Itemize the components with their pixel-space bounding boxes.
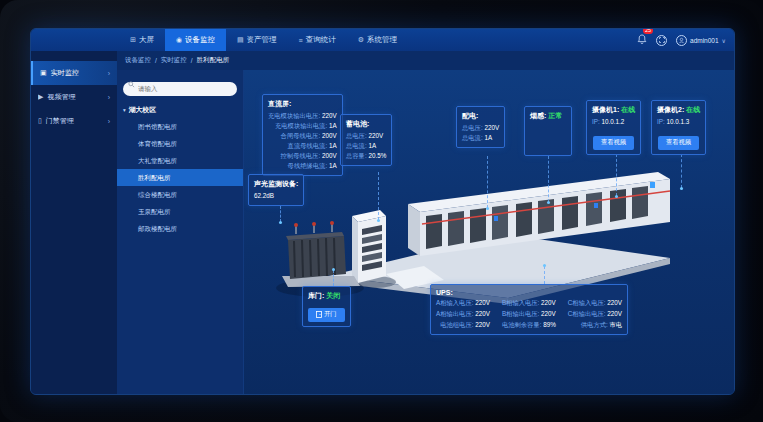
panel-ups: UPS: A相输入电压: 220V B相输入电压: 220V C相输入电压: 2… (430, 284, 628, 335)
leader-line-door (333, 270, 334, 286)
breadcrumb-realtime-monitoring[interactable]: 实时监控 (161, 56, 187, 65)
sidebar-item-label: 实时监控 (51, 68, 79, 78)
metric-label: 电池组电压: (440, 321, 473, 328)
top-nav-bar: ⊞ 大屏 ◉ 设备监控 ▤ 资产管理 ≡ 查询统计 ⚙ 系统管理 (31, 29, 734, 51)
metric-value: 1A (329, 162, 337, 169)
user-menu[interactable]: admin001 ∨ (676, 35, 726, 46)
camera-ip: 10.0.1.2 (601, 118, 624, 125)
tree-item-substation[interactable]: 体育馆配电所 (123, 135, 237, 152)
panel-smoke-sensor: 烟感: 正常 (524, 106, 572, 156)
leader-dot (486, 207, 489, 210)
metric-label: A相输出电压: (436, 310, 473, 317)
camera-status: 在线 (686, 106, 700, 113)
user-avatar (676, 35, 687, 46)
tab-label: 系统管理 (367, 35, 397, 45)
notification-bell-button[interactable]: 25 (637, 31, 647, 49)
leader-line-battery (378, 172, 379, 220)
tree-item-list: 图书馆配电所 体育馆配电所 大礼堂配电所 胜利配电所 综合楼配电所 玉泉配电所 … (123, 118, 237, 237)
tab-system-management[interactable]: ⚙ 系统管理 (347, 29, 408, 51)
leader-line-ups (544, 266, 545, 284)
metric-value: 89% (543, 321, 556, 328)
door-status: 关闭 (326, 292, 340, 299)
video-icon: ▶ (38, 93, 43, 101)
panel-door: 库门: 关闭 开门 (302, 286, 351, 327)
notification-count-badge: 25 (643, 28, 653, 34)
metric-value: 20.5% (368, 152, 386, 159)
tab-label: 资产管理 (247, 35, 277, 45)
leader-line-smoke (548, 156, 549, 202)
leader-dot (615, 195, 618, 198)
metric-label: C相输出电压: (568, 310, 606, 317)
dashboard-icon: ⊞ (130, 36, 136, 44)
metric-value: 1A (484, 134, 492, 141)
metric-value: 220V (541, 310, 556, 317)
metric-label: C相输入电压: (568, 299, 606, 306)
tree-expand-icon: ▾ (123, 107, 126, 113)
metric-value: 1A (329, 142, 337, 149)
substation-tree-panel: ▾ 湖大校区 图书馆配电所 体育馆配电所 大礼堂配电所 胜利配电所 综合楼配电所… (117, 70, 243, 395)
panel-title: 蓄电池: (346, 119, 386, 129)
user-icon (678, 37, 685, 44)
tree-search-input[interactable] (123, 82, 237, 96)
breadcrumb-current-substation: 胜利配电所 (197, 56, 230, 65)
metric-label: 充电模块输出电压: (268, 112, 320, 119)
tree-item-substation[interactable]: 邮政楼配电所 (123, 220, 237, 237)
main-sidebar: ▣ 实时监控 › ▶ 视频管理 › ▯ 门禁管理 › (31, 51, 117, 395)
sidebar-item-video-management[interactable]: ▶ 视频管理 › (31, 85, 117, 109)
tab-asset-management[interactable]: ▤ 资产管理 (226, 29, 288, 51)
open-door-button[interactable]: 开门 (308, 308, 345, 322)
panel-title: 库门: (308, 292, 324, 299)
leader-dot (279, 221, 282, 224)
panel-dc-screen: 直流屏: 充电模块输出电压: 220V 充电模块输出电流: 1A 合闸母线电压:… (262, 94, 343, 176)
search-icon (128, 81, 135, 88)
tab-dashboard[interactable]: ⊞ 大屏 (119, 29, 165, 51)
sidebar-item-realtime-monitoring[interactable]: ▣ 实时监控 › (31, 61, 117, 85)
panel-distribution: 配电: 总电压: 220V 总电流: 1A (456, 106, 505, 148)
chevron-right-icon: › (108, 118, 110, 125)
panel-title: 声光监测设备: (254, 179, 298, 189)
metric-value: 220V (541, 299, 556, 306)
panel-title: 配电: (462, 111, 499, 121)
door-icon (316, 311, 322, 318)
view-video-button[interactable]: 查看视频 (593, 136, 634, 150)
breadcrumb-device-monitoring[interactable]: 设备监控 (125, 56, 151, 65)
tab-query-statistics[interactable]: ≡ 查询统计 (288, 29, 347, 51)
tree-item-substation[interactable]: 玉泉配电所 (123, 203, 237, 220)
leader-dot (543, 264, 546, 267)
sidebar-item-access-control[interactable]: ▯ 门禁管理 › (31, 109, 117, 133)
tree-item-substation[interactable]: 图书馆配电所 (123, 118, 237, 135)
open-door-label: 开门 (324, 310, 337, 319)
panel-title: 摄像机1: (592, 106, 619, 113)
tree-item-substation[interactable]: 综合楼配电所 (123, 186, 237, 203)
user-name: admin001 (690, 37, 719, 44)
ip-label: IP: (592, 118, 600, 125)
metric-label: 控制母线电压: (281, 152, 321, 159)
tree-item-substation-selected[interactable]: 胜利配电所 (117, 169, 243, 186)
metric-label: 母线绝缘电流: (288, 162, 328, 169)
metric-value: 220V (368, 132, 383, 139)
metric-label: B相输入电压: (502, 299, 539, 306)
substation-overview-canvas: 直流屏: 充电模块输出电压: 220V 充电模块输出电流: 1A 合闸母线电压:… (243, 70, 734, 395)
leader-dot (547, 201, 550, 204)
gear-icon: ⚙ (358, 36, 364, 44)
leader-dot (680, 187, 683, 190)
tab-label: 大屏 (139, 35, 154, 45)
fullscreen-button[interactable] (656, 35, 667, 46)
tree-root-campus[interactable]: ▾ 湖大校区 (123, 105, 237, 115)
panel-camera-1: 摄像机1: 在线 IP: 10.0.1.2 查看视频 (586, 100, 641, 155)
tree-item-substation[interactable]: 大礼堂配电所 (123, 152, 237, 169)
tab-device-monitoring[interactable]: ◉ 设备监控 (165, 29, 226, 51)
ip-label: IP: (657, 118, 665, 125)
metric-value: 220V (322, 112, 337, 119)
leader-line-mains (487, 156, 488, 208)
metric-label: 供电方式: (581, 321, 608, 328)
leader-line-camera1 (616, 154, 617, 196)
asset-icon: ▤ (237, 36, 244, 44)
sidebar-item-label: 门禁管理 (46, 116, 74, 126)
chevron-right-icon: › (108, 94, 110, 101)
view-video-button[interactable]: 查看视频 (658, 136, 699, 150)
monitor-icon: ◉ (176, 36, 182, 44)
chevron-right-icon: › (108, 70, 110, 77)
metric-label: 充电模块输出电流: (275, 122, 327, 129)
panel-battery: 蓄电池: 总电压: 220V 总电流: 1A 总容量: 20.5% (340, 114, 392, 166)
